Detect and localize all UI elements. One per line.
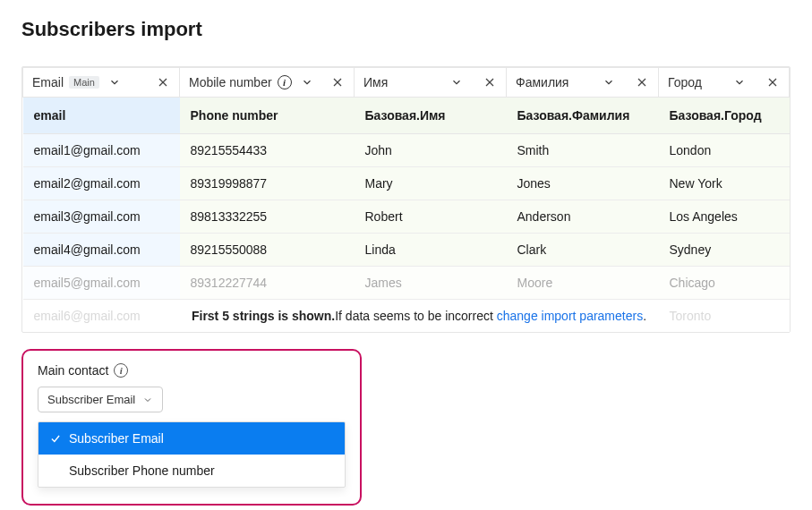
field-name-cell: Базовая.Имя [355,98,507,134]
column-mapper-label: Email [32,75,64,89]
cell-email: email2@gmail.com [23,167,180,200]
table-footer-row: email6@gmail.com First 5 strings is show… [23,300,790,333]
chevron-down-icon[interactable] [301,76,313,89]
cell-email-faded: email6@gmail.com [23,300,180,333]
chevron-down-icon [142,395,153,405]
cell-phone: 89215550088 [180,234,355,267]
table-row: email2@gmail.com 89319998877 Mary Jones … [23,167,790,200]
chevron-down-icon[interactable] [450,76,463,89]
cell-city: Sydney [659,234,790,267]
dropdown-option-subscriber-email[interactable]: Subscriber Email [38,422,345,455]
info-icon[interactable]: i [278,75,292,89]
field-name-row: email Phone number Базовая.Имя Базовая.Ф… [23,98,790,134]
table-row: email5@gmail.com 89312227744 James Moore… [23,267,790,300]
cell-city-faded: Toronto [659,300,790,333]
close-icon[interactable] [483,75,497,89]
main-contact-selected-value: Subscriber Email [47,393,135,406]
cell-first-name: Robert [355,200,507,234]
cell-last-name: Smith [507,134,659,167]
close-icon[interactable] [765,75,780,89]
footer-plain: If data seems to be incorrect [335,309,497,323]
column-mapper-mobile-number[interactable]: Mobile number i [189,75,345,89]
footer-tail: . [643,309,646,323]
cell-phone: 89215554433 [180,134,355,167]
cell-email: email1@gmail.com [23,134,180,167]
info-icon[interactable]: i [114,363,128,378]
field-name-cell: email [23,98,180,134]
column-mapper-label: Город [668,75,702,89]
column-mapper-label: Имя [363,75,388,89]
chevron-down-icon[interactable] [108,76,121,89]
cell-last-name: Jones [507,167,659,200]
import-preview-table: Email Main Mobile number i Имя [21,66,791,333]
close-icon[interactable] [156,75,170,89]
column-mapper-last-name[interactable]: Фамилия [516,75,649,89]
footer-message: First 5 strings is shown.If data seems t… [180,300,659,333]
check-icon [49,432,62,445]
main-badge: Main [69,76,99,89]
cell-last-name: Moore [507,267,659,300]
column-mapping-row: Email Main Mobile number i Имя [23,68,790,98]
cell-phone: 89312227744 [180,267,355,300]
cell-last-name: Anderson [507,200,659,234]
column-mapper-first-name[interactable]: Имя [363,75,497,89]
table-row: email1@gmail.com 89215554433 John Smith … [23,134,790,167]
column-mapper-label: Фамилия [516,75,568,89]
table-row: email3@gmail.com 89813332255 Robert Ande… [23,200,790,234]
cell-first-name: Linda [355,234,507,267]
change-import-parameters-link[interactable]: change import parameters [497,309,643,323]
main-contact-dropdown: Subscriber Email Subscriber Phone number [38,421,346,488]
field-name-cell: Базовая.Фамилия [507,98,659,134]
chevron-down-icon[interactable] [733,76,746,89]
cell-city: Los Angeles [659,200,790,234]
cell-city: Chicago [659,267,790,300]
footer-bold: First 5 strings is shown. [192,309,335,323]
column-mapper-email[interactable]: Email Main [32,75,170,89]
dropdown-option-subscriber-phone[interactable]: Subscriber Phone number [38,455,345,487]
page-title: Subscribers import [21,18,791,41]
cell-city: London [659,134,790,167]
dropdown-option-label: Subscriber Email [69,431,164,446]
table-row: email4@gmail.com 89215550088 Linda Clark… [23,234,790,267]
column-mapper-city[interactable]: Город [668,75,780,89]
main-contact-title: Main contact i [38,363,346,378]
main-contact-select[interactable]: Subscriber Email [38,387,163,412]
chevron-down-icon[interactable] [603,76,615,89]
cell-city: New York [659,167,790,200]
field-name-cell: Phone number [180,98,355,134]
cell-email: email5@gmail.com [23,267,180,300]
cell-first-name: Mary [355,167,507,200]
cell-last-name: Clark [507,234,659,267]
field-name-cell: Базовая.Город [659,98,790,134]
cell-first-name: James [355,267,507,300]
column-mapper-label: Mobile number [189,75,272,89]
cell-email: email3@gmail.com [23,200,180,234]
cell-phone: 89813332255 [180,200,355,234]
main-contact-panel: Main contact i Subscriber Email Subscrib… [21,349,362,506]
main-contact-label: Main contact [38,363,108,378]
close-icon[interactable] [330,75,345,89]
cell-email: email4@gmail.com [23,234,180,267]
close-icon[interactable] [635,75,649,89]
cell-first-name: John [355,134,507,167]
cell-phone: 89319998877 [180,167,355,200]
dropdown-option-label: Subscriber Phone number [69,463,215,478]
